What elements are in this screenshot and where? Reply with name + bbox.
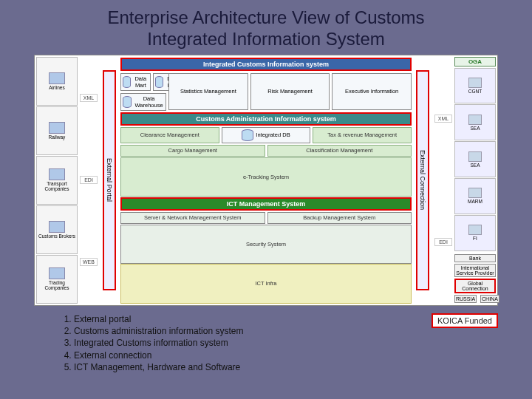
title-line-2: Integrated Information System	[147, 29, 385, 49]
oga-cell-1: CGNT	[454, 68, 496, 104]
partner-railway: Railway	[36, 106, 78, 155]
ict-infra: ICT Infra	[120, 264, 412, 303]
conn-xml: XML	[80, 94, 98, 102]
risk-mgmt: Risk Management	[250, 73, 330, 110]
partner-trading: Trading Companies	[36, 255, 78, 304]
oga-grid: CGNT SEA SEA MARM FI	[454, 68, 496, 251]
partner-transport: Transport Companies	[36, 156, 78, 205]
right-column: OGA CGNT SEA SEA MARM FI Bank Internatio…	[454, 57, 496, 304]
integrated-db: Integrated DB	[222, 127, 311, 143]
right-connectors: XML EDI	[434, 57, 453, 304]
oga-cell-3: SEA	[454, 141, 496, 177]
external-connection-bar: External Connection	[416, 70, 429, 290]
global-russia: RUSSIA	[454, 295, 477, 303]
building-icon	[49, 267, 65, 279]
etracking: e-Tracking System	[120, 157, 412, 197]
data-warehouse: Data Warehouse	[120, 93, 166, 111]
integrated-customs-band: Integrated Customs Information system	[120, 58, 412, 71]
conn-xml-r: XML	[434, 115, 452, 123]
backup-mgmt: Backup Management System	[267, 212, 412, 224]
oga-cell-4: MARM	[454, 178, 496, 214]
security-system: Security System	[120, 225, 412, 264]
server-icon	[468, 115, 482, 125]
broker-icon	[49, 221, 65, 233]
conn-edi-r: EDI	[434, 238, 452, 246]
clearance-mgmt: Clearance Management	[120, 127, 219, 143]
conn-edi: EDI	[80, 176, 98, 184]
architecture-diagram: Airlines Railway Transport Companies Cus…	[34, 55, 498, 306]
oga-cell-2: SEA	[454, 104, 496, 140]
cargo-mgmt: Cargo Management	[120, 145, 265, 157]
oga-cell-5: FI	[454, 215, 496, 251]
statistics-mgmt: Statistics Management	[168, 73, 248, 110]
classification-mgmt: Classification Management	[267, 145, 412, 157]
server-icon	[468, 151, 482, 162]
external-portal-bar: External Portal	[103, 70, 116, 290]
title-line-1: Enterprise Architecture View of Customs	[107, 7, 424, 27]
legend-item-5: ICT Management, Hardware and Software	[74, 361, 243, 373]
data-mart-1: Data Mart	[120, 73, 151, 91]
legend-item-4: External connection	[74, 349, 243, 361]
truck-icon	[49, 168, 65, 180]
legend-item-3: Integrated Customs information system	[74, 337, 243, 349]
server-icon	[468, 78, 482, 88]
partner-airlines: Airlines	[36, 57, 78, 106]
conn-web: WEB	[80, 258, 98, 266]
airplane-icon	[49, 72, 65, 84]
isp: International Service Provider	[454, 264, 496, 277]
server-icon	[468, 225, 482, 235]
external-partners-column: Airlines Railway Transport Companies Cus…	[36, 57, 78, 304]
server-network-mgmt: Server & Network Management System	[120, 212, 265, 224]
bank: Bank	[454, 254, 496, 262]
ict-mgmt-band: ICT Management System	[120, 197, 412, 211]
koica-badge: KOICA Funded	[432, 313, 498, 328]
global-china: CHINA	[480, 295, 499, 303]
top-row: Data Mart Data Mart Data Warehouse Stati…	[120, 72, 412, 111]
global-connection: Global Connection	[454, 279, 496, 293]
exec-info: Executive Information	[332, 73, 412, 110]
train-icon	[49, 122, 65, 134]
customs-admin-band: Customs Administration Information syste…	[120, 112, 412, 126]
legend-item-2: Customs administration information syste…	[74, 325, 243, 337]
legend-item-1: External portal	[74, 313, 243, 325]
server-icon	[468, 188, 482, 198]
oga-header: OGA	[454, 57, 496, 66]
center-stack: Integrated Customs Information system Da…	[120, 57, 412, 304]
partner-brokers: Customs Brokers	[36, 205, 78, 254]
legend-list: External portal Customs administration i…	[56, 313, 243, 373]
tax-revenue-mgmt: Tax & revenue Management	[313, 127, 412, 143]
left-connectors: XML EDI WEB	[79, 57, 98, 304]
slide-title: Enterprise Architecture View of Customs …	[0, 0, 532, 55]
